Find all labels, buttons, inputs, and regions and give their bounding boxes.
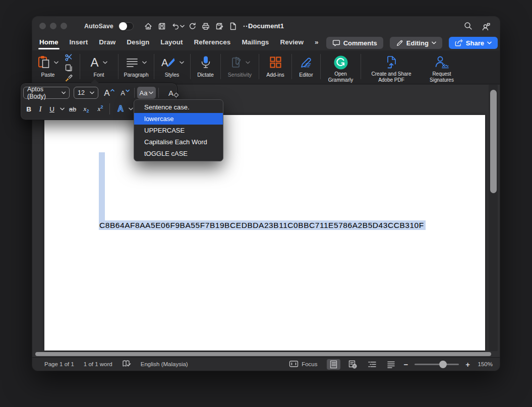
new-document-icon[interactable] (226, 20, 240, 32)
grammarly-label-line2: Grammarly (328, 77, 353, 83)
font-label: Font (93, 72, 104, 78)
horizontal-scrollbar-thumb[interactable] (35, 352, 491, 356)
autosave-toggle[interactable] (119, 22, 134, 30)
shrink-font-button[interactable]: A (117, 87, 133, 99)
strikethrough-button[interactable]: ab (66, 101, 79, 117)
tab-layout[interactable]: Layout (160, 36, 183, 50)
editor-button[interactable]: Editor (292, 50, 320, 84)
sensitivity-icon (230, 56, 243, 69)
ribbon: Paste A (32, 50, 500, 84)
zoom-slider-thumb[interactable] (439, 361, 447, 368)
subscript-button[interactable]: x2 (81, 101, 92, 117)
chevron-down-icon (487, 41, 492, 44)
draft-view-button[interactable] (384, 359, 398, 370)
chevron-down-icon (180, 61, 184, 64)
search-icon[interactable] (461, 20, 475, 32)
bold-button[interactable]: B (24, 101, 34, 117)
comments-button[interactable]: Comments (326, 37, 383, 49)
paste-label: Paste (41, 72, 55, 78)
zoom-window-button[interactable] (61, 23, 67, 29)
cut-icon[interactable] (65, 53, 73, 62)
ribbon-tabs-row: Home Insert Draw Design Layout Reference… (32, 35, 500, 50)
focus-label: Focus (302, 361, 317, 367)
toggle-knob (119, 22, 127, 30)
adobe-pdf-icon (385, 55, 398, 69)
font-name-dropdown[interactable]: Aptos (Body) (23, 87, 70, 99)
shrink-font-glyph: A (121, 90, 125, 96)
tab-mailings[interactable]: Mailings (242, 36, 269, 50)
format-painter-icon[interactable] (64, 74, 73, 82)
underline-dropdown[interactable] (58, 101, 66, 117)
menu-item-capitalise-each-word[interactable]: Capitalise Each Word (134, 136, 223, 148)
print-layout-view-button[interactable] (327, 359, 340, 370)
more-tabs-chevron[interactable]: » (315, 36, 319, 50)
grammarly-icon (333, 55, 348, 70)
spellcheck-icon[interactable] (122, 360, 131, 369)
close-window-button[interactable] (39, 23, 46, 29)
share-label: Share (466, 39, 484, 47)
tab-references[interactable]: References (194, 36, 231, 50)
menu-item-uppercase[interactable]: UPPERCASE (134, 125, 223, 136)
undo-dropdown-icon[interactable] (180, 20, 186, 32)
outline-view-button[interactable] (365, 359, 379, 370)
page-count-label[interactable]: Page 1 of 1 (44, 361, 74, 367)
styles-group-button[interactable]: A Styles (154, 50, 190, 84)
save-as-icon[interactable] (213, 20, 226, 32)
language-label[interactable]: English (Malaysia) (141, 361, 188, 367)
more-commands-icon[interactable] (240, 20, 254, 32)
menu-item-toggle-case[interactable]: tOGGLE cASE (134, 148, 223, 159)
zoom-slider[interactable] (415, 364, 459, 365)
eraser-icon (174, 92, 179, 97)
italic-button[interactable]: I (36, 101, 45, 117)
clear-formatting-button[interactable]: A (162, 87, 180, 99)
tab-design[interactable]: Design (127, 36, 149, 50)
home-icon[interactable] (142, 20, 155, 32)
text-effects-button[interactable]: A (114, 101, 127, 117)
dictate-button[interactable]: Dictate (191, 50, 220, 84)
document-page[interactable]: C8B64AF8AA5E06F9BA55F7B19BCEDBDA23B11C0B… (44, 115, 485, 351)
comments-label: Comments (343, 39, 377, 47)
adobe-pdf-button[interactable]: Create and Share Adobe PDF (361, 50, 422, 84)
change-case-button[interactable]: Aa (137, 87, 156, 99)
sensitivity-button[interactable]: Sensitivity (221, 50, 259, 84)
copy-icon[interactable] (65, 64, 73, 72)
selected-text[interactable]: C8B64AF8AA5E06F9BA55F7B19BCEDBDA23B11C0B… (99, 220, 426, 230)
word-count-label[interactable]: 1 of 1 word (84, 361, 112, 367)
menu-item-lowercase[interactable]: lowercase (134, 113, 223, 125)
status-bar: Page 1 of 1 1 of 1 word English (Malaysi… (32, 357, 500, 371)
paste-button[interactable]: Paste (35, 50, 61, 84)
open-grammarly-button[interactable]: Open Grammarly (321, 50, 361, 84)
selected-text-line[interactable]: C8B64AF8AA5E06F9BA55F7B19BCEDBDA23B11C0B… (99, 220, 426, 230)
popover-arrow (90, 79, 99, 84)
chevron-down-icon (246, 61, 250, 64)
chevron-down-icon (54, 61, 58, 64)
adobe-label-line1: Create and Share (372, 71, 411, 77)
minimize-window-button[interactable] (50, 23, 56, 29)
underline-button[interactable]: U (47, 101, 57, 117)
request-signatures-button[interactable]: Request Signatures (422, 50, 462, 84)
paragraph-group-button[interactable]: Paragraph (119, 50, 154, 84)
superscript-button[interactable]: x2 (95, 101, 106, 117)
redo-icon[interactable] (186, 20, 199, 32)
font-size-dropdown[interactable]: 12 (74, 87, 98, 99)
zoom-percent-label[interactable]: 150% (476, 361, 493, 367)
vertical-scrollbar-track[interactable] (489, 85, 498, 351)
menu-item-sentence-case[interactable]: Sentence case. (134, 101, 223, 113)
account-feedback-icon[interactable] (479, 20, 493, 32)
tab-home[interactable]: Home (39, 36, 58, 50)
focus-button[interactable]: Focus (289, 360, 317, 369)
tab-insert[interactable]: Insert (70, 36, 88, 50)
share-button[interactable]: Share (449, 37, 498, 49)
tab-review[interactable]: Review (280, 36, 304, 50)
addins-button[interactable]: Add-ins (259, 50, 291, 84)
save-icon[interactable] (155, 20, 169, 32)
tab-draw[interactable]: Draw (99, 36, 115, 50)
zoom-in-button[interactable]: + (465, 361, 470, 368)
chevron-down-icon (129, 107, 133, 110)
zoom-out-button[interactable]: − (403, 361, 408, 368)
print-icon[interactable] (199, 20, 213, 32)
vertical-scrollbar-thumb[interactable] (490, 90, 497, 193)
grow-font-button[interactable]: A (101, 87, 117, 99)
web-layout-view-button[interactable] (346, 359, 360, 370)
editing-mode-button[interactable]: Editing (390, 37, 442, 49)
